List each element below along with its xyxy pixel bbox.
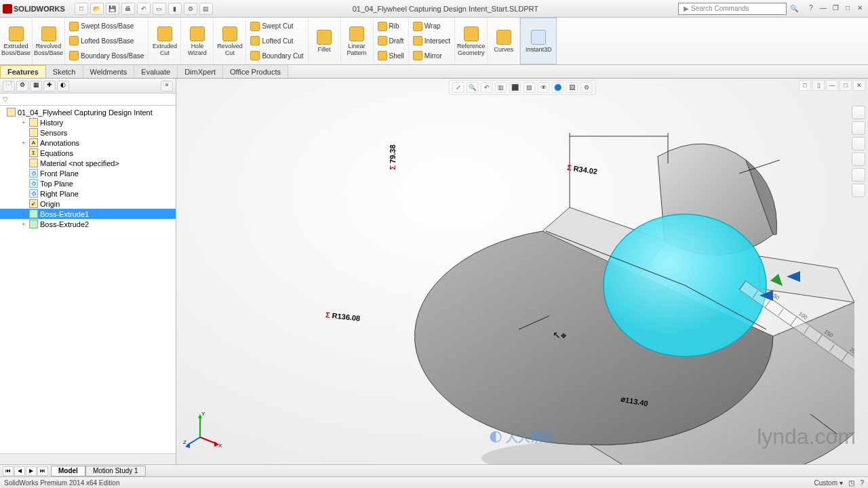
graphics-viewport[interactable]: ⤢ 🔍 ↶ ▥ ⬛ ▧ 👁 🔵 🖼 ⚙ □ ▯ — □ ✕ — [176, 79, 868, 464]
tree-tab-property[interactable]: ⚙ — [16, 81, 28, 92]
maximize-button[interactable]: □ — [842, 4, 853, 14]
nav-last-button[interactable]: ⏭ — [37, 466, 48, 476]
lofted-cut-button[interactable]: Lofted Cut — [250, 34, 303, 47]
section-view-button[interactable]: ▥ — [495, 82, 507, 93]
instant3d-button[interactable]: Instant3D — [520, 18, 557, 64]
tree-boss-extrude2[interactable]: +Boss-Extrude2 — [0, 219, 176, 229]
tab-office[interactable]: Office Products — [223, 65, 288, 78]
undo-button[interactable]: ↶ — [137, 3, 151, 15]
rib-button[interactable]: Rib — [378, 20, 404, 33]
boundary-boss-button[interactable]: Boundary Boss/Base — [69, 49, 144, 62]
viewport-max-button[interactable]: □ — [840, 80, 852, 91]
expander-icon[interactable]: + — [20, 119, 27, 126]
hide-show-button[interactable]: 👁 — [538, 82, 550, 93]
help-button[interactable]: ? — [806, 4, 816, 14]
restore-button[interactable]: ❐ — [830, 4, 841, 14]
status-units[interactable]: Custom — [814, 479, 837, 487]
tree-tab-config[interactable]: ▦ — [30, 81, 42, 92]
linear-pattern-icon — [349, 26, 364, 41]
tree-history[interactable]: +History — [0, 117, 176, 127]
boundary-cut-button[interactable]: Boundary Cut — [250, 49, 303, 62]
expander-icon[interactable]: + — [20, 140, 27, 146]
tab-features[interactable]: Features — [0, 65, 46, 78]
tree-material[interactable]: Material <not specified> — [0, 158, 176, 168]
view-settings-button[interactable]: ⚙ — [580, 82, 593, 93]
tree-tab-dimxpert[interactable]: ✚ — [43, 81, 56, 92]
tree-hscroll[interactable] — [0, 453, 176, 464]
tab-model[interactable]: Model — [51, 466, 85, 476]
nav-prev-button[interactable]: ◀ — [14, 466, 25, 476]
tab-weldments[interactable]: Weldments — [83, 65, 135, 78]
display-style-button[interactable]: ▧ — [524, 82, 536, 93]
close-button[interactable]: ✕ — [854, 4, 865, 14]
mirror-button[interactable]: Mirror — [413, 49, 450, 62]
expander-icon[interactable]: + — [20, 221, 27, 228]
draft-icon — [378, 36, 387, 45]
view-button[interactable]: ▤ — [199, 3, 213, 15]
search-icon[interactable]: 🔍 — [789, 4, 799, 14]
watermark-lynda: lynda.com — [757, 424, 856, 449]
viewport-dual-button[interactable]: ▯ — [812, 80, 825, 91]
wrap-button[interactable]: Wrap — [413, 20, 450, 33]
lofted-boss-icon — [69, 36, 79, 45]
select-button[interactable]: ▭ — [153, 3, 166, 15]
tree-sensors[interactable]: Sensors — [0, 127, 176, 138]
open-button[interactable]: 📂 — [90, 3, 104, 15]
zoom-fit-button[interactable]: ⤢ — [452, 82, 465, 93]
tree-root[interactable]: 01_04_Flywheel Capturing Design Intent — [0, 107, 176, 117]
search-input[interactable]: ▶ Search Commands — [678, 3, 787, 15]
swept-boss-button[interactable]: Swept Boss/Base — [69, 20, 144, 33]
rebuild-button[interactable]: ▮ — [168, 3, 182, 15]
hole-wizard-button[interactable]: Hole Wizard — [181, 18, 214, 64]
new-button[interactable]: □ — [75, 3, 88, 15]
tree-boss-extrude1[interactable]: +Boss-Extrude1 — [0, 209, 176, 219]
linear-pattern-button[interactable]: Linear Pattern — [341, 18, 374, 64]
minimize-button[interactable]: — — [818, 4, 829, 14]
extruded-cut-button[interactable]: Extruded Cut — [149, 18, 181, 64]
expander-icon[interactable]: + — [20, 211, 27, 218]
tree-filter[interactable]: ▽ — [0, 94, 176, 106]
nav-first-button[interactable]: ⏮ — [3, 466, 14, 476]
dim-r2[interactable]: Σ R136.08 — [326, 310, 361, 322]
tab-sketch[interactable]: Sketch — [46, 65, 83, 78]
swept-cut-button[interactable]: Swept Cut — [250, 20, 303, 33]
revolved-boss-button[interactable]: Revolved Boss/Base — [33, 18, 65, 64]
tree-expand-button[interactable]: » — [161, 81, 173, 92]
viewport-single-button[interactable]: □ — [799, 80, 811, 91]
tab-evaluate[interactable]: Evaluate — [134, 65, 178, 78]
zoom-area-button[interactable]: 🔍 — [467, 82, 479, 93]
nav-next-button[interactable]: ▶ — [26, 466, 37, 476]
viewport-close-button[interactable]: ✕ — [853, 80, 865, 91]
prev-view-button[interactable]: ↶ — [481, 82, 493, 93]
viewport-min-button[interactable]: — — [826, 80, 838, 91]
draft-button[interactable]: Draft — [378, 34, 404, 47]
feature-stack-b: Wrap Intersect Mirror — [409, 18, 455, 64]
tree-equations[interactable]: ΣEquations — [0, 148, 176, 158]
cursor-icon: ↖✥ — [553, 329, 566, 340]
dim-height[interactable]: Σ 79.38 — [389, 144, 397, 169]
reference-geometry-button[interactable]: Reference Geometry — [455, 18, 488, 64]
appearance-button[interactable]: 🔵 — [552, 82, 564, 93]
lofted-boss-button[interactable]: Lofted Boss/Base — [69, 34, 144, 47]
revolved-cut-button[interactable]: Revolved Cut — [214, 18, 246, 64]
tree-tab-feature[interactable]: 📄 — [3, 81, 15, 92]
tab-dimxpert[interactable]: DimXpert — [178, 65, 223, 78]
tab-motion-study[interactable]: Motion Study 1 — [85, 466, 146, 476]
scene-button[interactable]: 🖼 — [566, 82, 578, 93]
print-button[interactable]: 🖶 — [121, 3, 135, 15]
fillet-button[interactable]: Fillet — [309, 18, 341, 64]
curves-button[interactable]: Curves — [488, 18, 520, 64]
revolved-boss-icon — [41, 26, 56, 41]
tree-top-plane[interactable]: ◇Top Plane — [0, 178, 176, 188]
options-button[interactable]: ⚙ — [184, 3, 197, 15]
tree-annotations[interactable]: +AAnnotations — [0, 138, 176, 148]
tree-front-plane[interactable]: ◇Front Plane — [0, 168, 176, 178]
tree-right-plane[interactable]: ◇Right Plane — [0, 188, 176, 199]
intersect-button[interactable]: Intersect — [413, 34, 450, 47]
shell-button[interactable]: Shell — [378, 49, 404, 62]
view-orient-button[interactable]: ⬛ — [509, 82, 521, 93]
tree-tab-display[interactable]: ◐ — [57, 81, 69, 92]
extruded-boss-button[interactable]: Extruded Boss/Base — [0, 18, 33, 64]
tree-origin[interactable]: ↙Origin — [0, 199, 176, 209]
save-button[interactable]: 💾 — [106, 3, 119, 15]
